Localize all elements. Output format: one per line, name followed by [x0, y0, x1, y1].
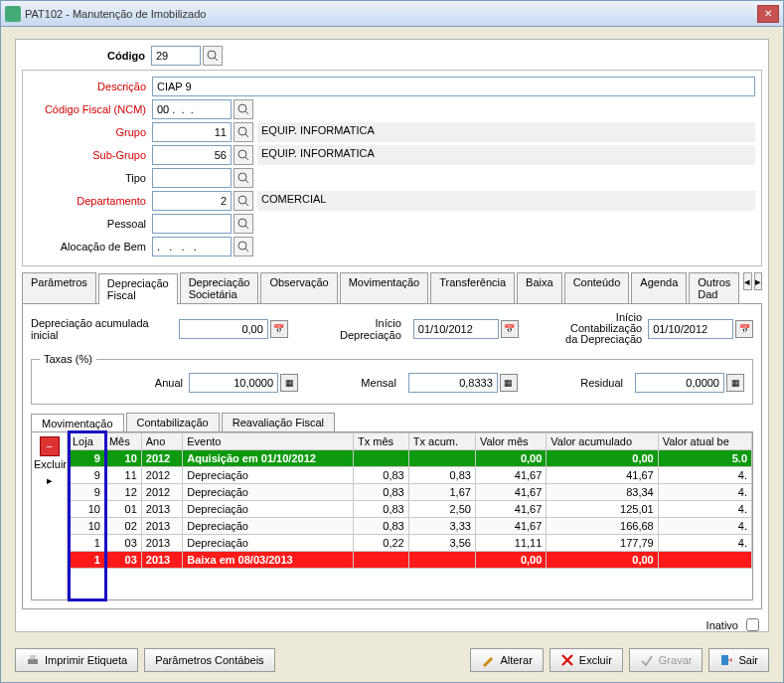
tab-observa-o[interactable]: Observação: [260, 272, 337, 303]
pessoal-input[interactable]: [152, 214, 232, 234]
cell: 0,83: [353, 518, 408, 535]
contab-input[interactable]: [648, 319, 733, 339]
contab-calendar-button[interactable]: 📅: [735, 320, 753, 338]
tab-agenda[interactable]: Agenda: [631, 272, 687, 303]
cell: Baixa em 08/03/2013: [183, 552, 354, 569]
search-icon: [237, 195, 249, 207]
anual-input[interactable]: [189, 373, 278, 393]
subtab-movimenta-o[interactable]: Movimentação: [31, 414, 124, 432]
table-row[interactable]: 9122012Depreciação0,831,6741,6783,344.: [69, 484, 752, 501]
excluir-row-button[interactable]: −: [40, 436, 60, 456]
svg-point-11: [238, 196, 246, 204]
col-header[interactable]: Ano: [141, 433, 182, 450]
tab-deprecia-o-societ-ria[interactable]: Depreciação Societária: [180, 272, 259, 303]
excluir-button[interactable]: Excluir: [549, 648, 623, 672]
acum-calc-button[interactable]: 📅: [270, 320, 288, 338]
aloc-input[interactable]: [152, 237, 232, 256]
col-header[interactable]: Evento: [183, 433, 354, 450]
cell: 4.: [658, 518, 751, 535]
tab-scroll-arrow[interactable]: ◂: [743, 272, 751, 290]
grid-wrap: − Excluir ▸ LojaMêsAnoEventoTx mêsTx acu…: [31, 431, 753, 600]
depto-input[interactable]: [152, 191, 232, 211]
tab-par-metros[interactable]: Parâmetros: [22, 272, 96, 303]
col-header[interactable]: Loja: [69, 433, 105, 450]
acum-input[interactable]: [179, 319, 268, 339]
excluir-label: Excluir: [34, 458, 65, 470]
imprimir-button[interactable]: Imprimir Etiqueta: [15, 648, 138, 672]
search-icon: [207, 50, 219, 62]
svg-line-16: [245, 249, 248, 252]
subgrupo-input[interactable]: [152, 145, 232, 165]
tab-conte-do[interactable]: Conteúdo: [564, 272, 630, 303]
tipo-input[interactable]: [152, 168, 232, 188]
cell: 2012: [141, 450, 182, 467]
col-header[interactable]: Mês: [104, 433, 141, 450]
grid-scroll[interactable]: LojaMêsAnoEventoTx mêsTx acum.Valor mêsV…: [68, 432, 752, 599]
inativo-label: Inativo: [706, 619, 738, 631]
cell: 83,34: [547, 484, 658, 501]
aloc-search-button[interactable]: [234, 237, 253, 256]
col-header[interactable]: Tx acum.: [408, 433, 475, 450]
titlebar: PAT102 - Manutenção de Imobilizado ✕: [1, 1, 783, 27]
anual-label: Anual: [40, 377, 189, 389]
header-form: Descrição Código Fiscal (NCM) Grupo EQUI…: [22, 70, 762, 266]
codigo-search-button[interactable]: [203, 46, 223, 66]
codigo-input[interactable]: [151, 46, 201, 66]
mensal-input[interactable]: [408, 373, 498, 393]
gravar-button[interactable]: Gravar: [629, 648, 704, 672]
cell: 11,11: [475, 535, 546, 552]
dep-fiscal-panel: Depreciação acumulada inicial 📅 Início D…: [22, 304, 762, 609]
cell: 4.: [658, 535, 751, 552]
residual-calc-button[interactable]: ▦: [726, 374, 744, 392]
table-row[interactable]: 1032013Baixa em 08/03/20130,000,00: [69, 552, 752, 569]
subgrupo-search-button[interactable]: [234, 145, 253, 165]
svg-point-7: [238, 150, 246, 158]
col-header[interactable]: Tx mês: [353, 433, 408, 450]
tab-movimenta-o[interactable]: Movimentação: [340, 272, 429, 303]
param-contabeis-button[interactable]: Parâmetros Contábeis: [144, 648, 274, 672]
tipo-search-button[interactable]: [234, 168, 253, 188]
ncm-search-button[interactable]: [234, 99, 253, 119]
pessoal-search-button[interactable]: [234, 214, 253, 234]
svg-point-9: [238, 173, 246, 181]
table-row[interactable]: 9102012Aquisição em 01/10/20120,000,005.…: [69, 450, 752, 467]
anual-calc-button[interactable]: ▦: [280, 374, 298, 392]
mensal-calc-button[interactable]: ▦: [500, 374, 518, 392]
subtab-contabiliza-o[interactable]: Contabilização: [126, 413, 220, 431]
tab-outros-dad[interactable]: Outros Dad: [689, 272, 739, 303]
tab-transfer-ncia[interactable]: Transferência: [430, 272, 515, 303]
cell: 41,67: [475, 518, 546, 535]
search-icon: [237, 103, 249, 115]
cell: 3,33: [408, 518, 475, 535]
col-header[interactable]: Valor atual be: [658, 433, 751, 450]
table-row[interactable]: 10012013Depreciação0,832,5041,67125,014.: [69, 501, 752, 518]
residual-input[interactable]: [635, 373, 724, 393]
subtab-reavalia-o-fiscal[interactable]: Reavaliação Fiscal: [222, 413, 335, 431]
tab-deprecia-o-fiscal[interactable]: Depreciação Fiscal: [98, 273, 178, 304]
tab-baixa[interactable]: Baixa: [517, 272, 562, 303]
alterar-button[interactable]: Alterar: [470, 648, 543, 672]
depto-search-button[interactable]: [234, 191, 253, 211]
inativo-checkbox[interactable]: [746, 618, 759, 631]
sair-button[interactable]: Sair: [708, 648, 769, 672]
svg-rect-19: [721, 655, 728, 665]
inicio-input[interactable]: [413, 319, 499, 339]
aloc-label: Alocação de Bem: [29, 241, 152, 253]
table-row[interactable]: 1032013Depreciação0,223,5611,11177,794.: [69, 535, 752, 552]
descricao-input[interactable]: [152, 77, 755, 96]
cell: 12: [104, 484, 141, 501]
tab-scroll-arrow[interactable]: ▸: [754, 272, 762, 290]
col-header[interactable]: Valor mês: [475, 433, 546, 450]
close-button[interactable]: ✕: [757, 5, 779, 23]
grupo-input[interactable]: [152, 122, 232, 142]
ncm-input[interactable]: [152, 99, 232, 119]
svg-point-5: [238, 127, 246, 135]
cell: 0,00: [475, 450, 546, 467]
descricao-label: Descrição: [29, 81, 152, 92]
col-header[interactable]: Valor acumulado: [547, 433, 658, 450]
table-row[interactable]: 10022013Depreciação0,833,3341,67166,684.: [69, 518, 752, 535]
table-row[interactable]: 9112012Depreciação0,830,8341,6741,674.: [69, 467, 752, 484]
inicio-calendar-button[interactable]: 📅: [501, 320, 519, 338]
grupo-search-button[interactable]: [234, 122, 253, 142]
depto-label: Departamento: [29, 195, 152, 207]
